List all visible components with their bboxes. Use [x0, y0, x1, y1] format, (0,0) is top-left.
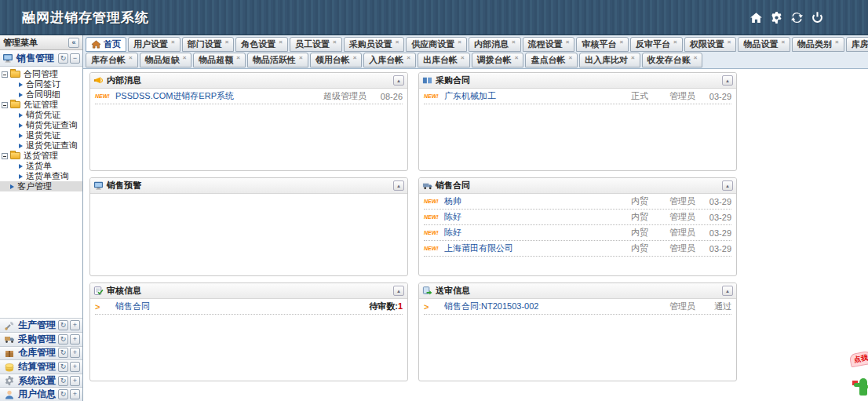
tab-close-icon[interactable]: × [407, 54, 410, 61]
tab-r2-6[interactable]: 出库台帐× [418, 53, 470, 67]
tab-r2-3[interactable]: 物品活跃性× [247, 53, 308, 67]
section-refresh-button[interactable]: ↻ [58, 320, 68, 330]
tab-r2-8[interactable]: 盘点台帐× [525, 53, 578, 67]
panel-collapse-button[interactable]: ▲ [393, 180, 404, 191]
section-refresh-button[interactable]: ↻ [58, 53, 68, 64]
collapse-box-icon[interactable] [2, 153, 8, 159]
tab-close-icon[interactable]: × [458, 38, 461, 46]
tab-r1-13[interactable]: 物品类别× [792, 37, 844, 52]
home-icon[interactable] [749, 11, 763, 24]
tab-r2-1[interactable]: 物品短缺× [140, 53, 192, 67]
collapse-box-icon[interactable] [2, 71, 8, 78]
tab-close-icon[interactable]: × [515, 54, 519, 61]
tab-close-icon[interactable]: × [183, 54, 187, 61]
tab-close-icon[interactable]: × [236, 54, 240, 61]
row-link[interactable]: 陈好 [444, 211, 601, 223]
tab-r2-4[interactable]: 领用台帐× [310, 53, 363, 67]
tab-close-icon[interactable]: × [835, 38, 839, 46]
tab-close-icon[interactable]: × [781, 38, 785, 46]
arrow-bullet-icon [10, 184, 14, 189]
tab-r1-0[interactable]: 首页 [86, 37, 126, 52]
section-refresh-button[interactable]: ↻ [58, 389, 68, 399]
tab-close-icon[interactable]: × [129, 54, 133, 61]
tree-item-11[interactable]: 客户管理 [0, 181, 82, 191]
tab-r1-9[interactable]: 审核平台× [576, 37, 629, 52]
row-link[interactable]: 销售合同:NT201503-002 [444, 301, 648, 312]
row-link[interactable]: 上海莆田有限公司 [444, 242, 601, 254]
tab-r1-5[interactable]: 采购员设置× [344, 37, 405, 52]
section-refresh-button[interactable]: ↻ [58, 376, 68, 386]
tab-r1-12[interactable]: 物品设置× [738, 37, 790, 52]
panel-collapse-button[interactable]: ▲ [393, 286, 404, 296]
sidebar-collapse-button[interactable]: « [68, 38, 79, 48]
refresh-icon[interactable] [790, 11, 804, 24]
panel-collapse-button[interactable]: ▲ [393, 75, 404, 86]
section-refresh-button[interactable]: ↻ [58, 362, 68, 372]
row-link[interactable]: 销售合同 [115, 301, 369, 312]
tab-close-icon[interactable]: × [353, 54, 357, 61]
tab-r2-9[interactable]: 出入库比对× [579, 53, 640, 67]
tab-close-icon[interactable]: × [396, 38, 399, 46]
row-link[interactable]: PSSDSS.COM进销存ERP系统 [115, 90, 319, 102]
section-expand-button[interactable]: + [70, 334, 80, 344]
section-expand-button[interactable]: + [70, 389, 80, 399]
tab-close-icon[interactable]: × [619, 38, 623, 46]
row-link[interactable]: 杨帅 [444, 195, 601, 207]
tab-r2-5[interactable]: 入库台帐× [363, 53, 416, 67]
tab-r1-11[interactable]: 权限设置× [684, 37, 737, 52]
sidebar-section-warehouse-management[interactable]: 仓库管理↻+ [0, 346, 82, 360]
widget-bubble[interactable]: 点我 [849, 351, 868, 368]
tab-close-icon[interactable]: × [225, 38, 229, 46]
tab-close-icon[interactable]: × [299, 54, 303, 61]
tab-r2-10[interactable]: 收发存台账× [642, 53, 703, 67]
tab-r1-8[interactable]: 流程设置× [523, 37, 575, 52]
sidebar-section-settlement-management[interactable]: 结算管理↻+ [0, 359, 82, 374]
tab-close-icon[interactable]: × [171, 38, 175, 46]
tab-r1-4[interactable]: 员工设置× [290, 37, 342, 52]
section-refresh-button[interactable]: ↻ [58, 334, 68, 344]
tab-close-icon[interactable]: × [728, 38, 731, 46]
tab-close-icon[interactable]: × [631, 54, 635, 61]
tab-close-icon[interactable]: × [333, 38, 337, 46]
tab-close-icon[interactable]: × [461, 54, 465, 61]
panel-header: 采购合同▲ [419, 73, 736, 89]
new-badge: NEW! [424, 199, 444, 204]
panel-collapse-button[interactable]: ▲ [722, 180, 733, 191]
tab-r2-2[interactable]: 物品超额× [193, 53, 246, 67]
tab-close-icon[interactable]: × [279, 38, 283, 46]
section-expand-button[interactable]: + [70, 348, 80, 358]
assistant-widget[interactable]: 点我 [839, 352, 868, 398]
sidebar-section-purchase-management[interactable]: 采购管理↻+ [0, 332, 82, 346]
arrow-bullet-icon [19, 113, 23, 118]
row-link[interactable]: 陈好 [444, 227, 601, 239]
section-expand-button[interactable]: + [70, 362, 80, 372]
settings-icon[interactable] [770, 11, 783, 24]
row-link[interactable]: 广东机械加工 [444, 90, 601, 102]
tab-r1-10[interactable]: 反审平台× [630, 37, 683, 52]
tab-close-icon[interactable]: × [568, 54, 572, 61]
panel-collapse-button[interactable]: ▲ [722, 75, 733, 86]
tab-r1-7[interactable]: 内部消息× [469, 37, 521, 52]
tab-close-icon[interactable]: × [673, 38, 677, 46]
section-expand-button[interactable]: + [70, 320, 80, 330]
sidebar-section-sales[interactable]: 销售管理 ↻ − [0, 50, 82, 67]
tab-r1-6[interactable]: 供应商设置× [406, 37, 467, 52]
tab-r2-7[interactable]: 调拨台帐× [472, 53, 524, 67]
tab-close-icon[interactable]: × [694, 54, 698, 61]
tab-close-icon[interactable]: × [566, 38, 570, 46]
tab-r1-3[interactable]: 角色设置× [235, 37, 288, 52]
power-icon[interactable] [811, 11, 824, 24]
tab-r2-0[interactable]: 库存台帐× [86, 53, 138, 67]
sidebar-section-production-management[interactable]: 生产管理↻+ [0, 318, 82, 332]
panel-collapse-button[interactable]: ▲ [722, 286, 733, 296]
sidebar-section-user-info[interactable]: 用户信息↻+ [0, 387, 82, 401]
section-refresh-button[interactable]: ↻ [58, 348, 68, 358]
tab-r1-14[interactable]: 库房设置× [846, 37, 868, 52]
tab-close-icon[interactable]: × [512, 38, 516, 46]
collapse-box-icon[interactable] [2, 102, 8, 108]
section-minimize-button[interactable]: − [70, 53, 80, 64]
sidebar-section-system-settings[interactable]: 系统设置↻+ [0, 374, 82, 388]
tab-r1-1[interactable]: 用户设置× [128, 37, 181, 52]
section-expand-button[interactable]: + [70, 376, 80, 386]
tab-r1-2[interactable]: 部门设置× [182, 37, 235, 52]
